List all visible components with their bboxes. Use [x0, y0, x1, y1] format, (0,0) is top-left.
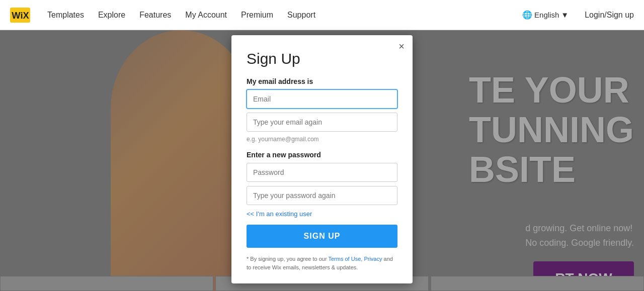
language-selector[interactable]: 🌐 English ▼ [522, 10, 569, 20]
nav-right: 🌐 English ▼ Login/Sign up [522, 10, 634, 20]
svg-text:WiX: WiX [12, 10, 29, 20]
nav-link-my-account[interactable]: My Account [185, 11, 227, 20]
email-confirm-input[interactable] [247, 113, 397, 132]
logo[interactable]: WiX [10, 7, 32, 23]
nav-link-premium[interactable]: Premium [241, 11, 273, 20]
terms-text: * By signing up, you agree to our Terms … [247, 255, 397, 271]
globe-icon: 🌐 [522, 10, 532, 20]
signup-modal: × Sign Up My email address is e.g. yourn… [231, 35, 413, 283]
password-confirm-input[interactable] [247, 186, 397, 205]
navbar: WiX Templates Explore Features My Accoun… [0, 0, 644, 30]
email-hint: e.g. yourname@gmail.com [247, 136, 397, 143]
nav-link-explore[interactable]: Explore [98, 11, 125, 20]
privacy-link[interactable]: Privacy [364, 256, 382, 262]
password-section-label: Enter a new password [247, 151, 397, 159]
email-input[interactable] [247, 89, 397, 109]
terms-prefix: * By signing up, you agree to our [247, 256, 328, 262]
modal-title: Sign Up [247, 50, 397, 67]
existing-user-link[interactable]: << I'm an existing user [247, 210, 312, 218]
password-input[interactable] [247, 163, 397, 182]
language-label: English [534, 11, 559, 19]
modal-overlay: × Sign Up My email address is e.g. yourn… [0, 30, 644, 291]
nav-link-features[interactable]: Features [139, 11, 171, 20]
terms-of-use-link[interactable]: Terms of Use [328, 256, 361, 262]
nav-link-templates[interactable]: Templates [47, 11, 84, 20]
chevron-down-icon: ▼ [561, 11, 569, 19]
login-signup-button[interactable]: Login/Sign up [585, 11, 634, 20]
email-section-label: My email address is [247, 77, 397, 85]
signup-button[interactable]: SIGN UP [247, 225, 397, 248]
close-button[interactable]: × [398, 41, 405, 51]
wix-logo-icon: WiX [10, 7, 30, 23]
nav-links: Templates Explore Features My Account Pr… [47, 11, 522, 20]
nav-link-support[interactable]: Support [287, 11, 315, 20]
